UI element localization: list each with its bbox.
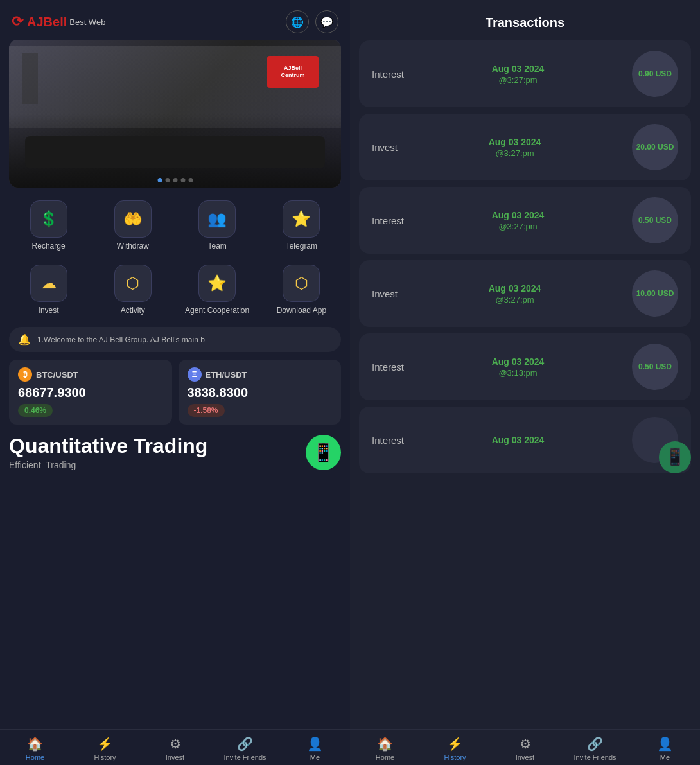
agent-coop-icon-box: ⭐ xyxy=(198,265,236,302)
transaction-row-3[interactable]: Invest Aug 03 2024 @3:27:pm 10.00 USD xyxy=(359,260,691,327)
withdraw-icon-box: 🤲 xyxy=(114,200,152,238)
left-nav-home[interactable]: 🏠 Home xyxy=(0,736,70,761)
transaction-row-4[interactable]: Interest Aug 03 2024 @3:13:pm 0.50 USD xyxy=(359,333,691,400)
btc-name: BTC/USDT xyxy=(36,370,78,380)
dot-5 xyxy=(188,178,193,182)
right-nav-invest[interactable]: ⚙ Invest xyxy=(490,736,560,761)
tx-type-area-3: Invest xyxy=(372,288,398,299)
banner-dots xyxy=(157,178,193,182)
btc-change: 0.46% xyxy=(18,404,53,417)
tx-type-area-1: Invest xyxy=(372,142,398,153)
dot-1 xyxy=(157,178,162,182)
btc-card[interactable]: ₿ BTC/USDT 68677.9300 0.46% xyxy=(9,360,172,425)
right-invest-icon: ⚙ xyxy=(520,736,531,752)
tx-type-area-0: Interest xyxy=(372,69,404,80)
team-icon-box: 👥 xyxy=(198,200,236,238)
transaction-row-1[interactable]: Invest Aug 03 2024 @3:27:pm 20.00 USD xyxy=(359,114,691,180)
history-nav-label: History xyxy=(94,753,116,761)
header: ⟳ AJBell Best Web 🌐 💬 xyxy=(0,0,350,40)
right-home-icon: 🏠 xyxy=(377,736,393,752)
tx-type-0: Interest xyxy=(372,69,404,80)
brand-name: AJBell xyxy=(27,15,67,30)
invite-icon: 🔗 xyxy=(237,736,253,752)
tx-type-area-4: Interest xyxy=(372,362,404,373)
right-nav-history[interactable]: ⚡ History xyxy=(420,736,490,761)
chat-button[interactable]: 💬 xyxy=(315,10,338,33)
right-history-icon: ⚡ xyxy=(447,736,463,752)
tx-time-4: @3:13:pm xyxy=(498,368,537,378)
tx-date-0: Aug 03 2024 xyxy=(492,64,545,74)
home-icon: 🏠 xyxy=(27,736,43,752)
actions-grid: 💲 Recharge 🤲 Withdraw 👥 Team ⭐ Telegram xyxy=(0,195,350,321)
right-nav-invite[interactable]: 🔗 Invite Friends xyxy=(560,736,630,761)
left-nav-invest[interactable]: ⚙ Invest xyxy=(140,736,210,761)
left-nav-history[interactable]: ⚡ History xyxy=(70,736,140,761)
transaction-row-5[interactable]: Interest Aug 03 2024 📱 xyxy=(359,407,691,473)
header-icons: 🌐 💬 xyxy=(286,10,338,33)
action-withdraw[interactable]: 🤲 Withdraw xyxy=(91,195,175,257)
left-nav-invite[interactable]: 🔗 Invite Friends xyxy=(210,736,280,761)
action-download-app[interactable]: ⬡ Download App xyxy=(259,259,344,321)
tx-date-1: Aug 03 2024 xyxy=(489,137,541,147)
left-nav-me[interactable]: 👤 Me xyxy=(280,736,350,761)
dot-2 xyxy=(165,178,170,182)
notification-text: 1.Welcome to the AJ Bell Group. AJ Bell'… xyxy=(37,335,205,344)
tx-date-area-4: Aug 03 2024 @3:13:pm xyxy=(492,356,545,378)
transaction-row-2[interactable]: Interest Aug 03 2024 @3:27:pm 0.50 USD xyxy=(359,187,691,254)
notification-bar: 🔔 1.Welcome to the AJ Bell Group. AJ Bel… xyxy=(9,327,341,352)
logo-area: ⟳ AJBell Best Web xyxy=(12,13,105,30)
globe-button[interactable]: 🌐 xyxy=(286,10,309,33)
telegram-label: Telegram xyxy=(286,242,317,252)
right-panel: Transactions Interest Aug 03 2024 @3:27:… xyxy=(350,0,700,765)
tx-date-4: Aug 03 2024 xyxy=(492,356,545,367)
dot-4 xyxy=(180,178,185,182)
tx-date-area-1: Aug 03 2024 @3:27:pm xyxy=(489,137,541,158)
right-history-label: History xyxy=(444,753,466,761)
tx-amount-5: 📱 xyxy=(632,417,678,463)
bell-icon: 🔔 xyxy=(18,333,31,346)
invest-nav-label: Invest xyxy=(166,753,184,761)
download-app-label: Download App xyxy=(277,306,326,316)
tx-time-0: @3:27:pm xyxy=(498,75,537,85)
action-agent-coop[interactable]: ⭐ Agent Cooperation xyxy=(175,259,259,321)
team-label: Team xyxy=(207,242,226,252)
header-subtitle: Best Web xyxy=(69,17,105,27)
action-recharge[interactable]: 💲 Recharge xyxy=(6,195,91,257)
btc-price: 68677.9300 xyxy=(18,385,163,400)
action-telegram[interactable]: ⭐ Telegram xyxy=(259,195,344,257)
eth-icon: Ξ xyxy=(188,367,202,382)
withdraw-label: Withdraw xyxy=(117,242,149,252)
whatsapp-float-left[interactable]: 📱 xyxy=(306,435,341,470)
agent-coop-label: Agent Cooperation xyxy=(185,306,249,316)
tx-type-5: Interest xyxy=(372,435,404,446)
tx-type-1: Invest xyxy=(372,142,398,153)
right-nav-me[interactable]: 👤 Me xyxy=(630,736,700,761)
tx-amount-3: 10.00 USD xyxy=(632,270,678,317)
eth-card[interactable]: Ξ ETH/USDT 3838.8300 -1.58% xyxy=(179,360,342,425)
transaction-row-0[interactable]: Interest Aug 03 2024 @3:27:pm 0.90 USD xyxy=(359,40,691,107)
right-home-label: Home xyxy=(376,753,394,761)
logo-icon: ⟳ xyxy=(12,13,23,30)
dot-3 xyxy=(173,178,177,182)
left-panel: ⟳ AJBell Best Web 🌐 💬 AJBellCentrum xyxy=(0,0,350,765)
banner-image: AJBellCentrum xyxy=(9,40,341,188)
recharge-icon-box: 💲 xyxy=(30,200,67,238)
tx-date-area-5: Aug 03 2024 xyxy=(492,435,545,445)
action-activity[interactable]: ⬡ Activity xyxy=(91,259,175,321)
tx-type-2: Interest xyxy=(372,215,404,226)
download-app-icon-box: ⬡ xyxy=(283,265,320,302)
eth-header: Ξ ETH/USDT xyxy=(188,367,333,382)
action-invest[interactable]: ☁ Invest xyxy=(6,259,91,321)
tx-amount-1: 20.00 USD xyxy=(632,124,678,170)
invest-label: Invest xyxy=(39,306,59,316)
quant-section: Quantitative Trading Efficient_Trading 📱 xyxy=(9,435,341,470)
tx-amount-2: 0.50 USD xyxy=(632,197,678,243)
tx-type-4: Interest xyxy=(372,362,404,373)
action-team[interactable]: 👥 Team xyxy=(175,195,259,257)
right-nav-home[interactable]: 🏠 Home xyxy=(350,736,420,761)
eth-change: -1.58% xyxy=(188,404,225,417)
whatsapp-overlay-right[interactable]: 📱 xyxy=(659,441,691,473)
tx-date-3: Aug 03 2024 xyxy=(489,283,541,294)
history-icon: ⚡ xyxy=(97,736,113,752)
telegram-icon-box: ⭐ xyxy=(283,200,320,238)
